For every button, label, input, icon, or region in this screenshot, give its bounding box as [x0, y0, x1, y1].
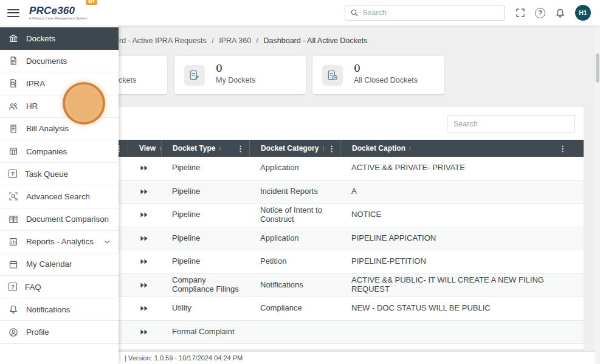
sidebar-item-ipra[interactable]: IPRA	[0, 72, 119, 95]
view-docket-icon[interactable]	[140, 283, 148, 288]
column-header-docket-type[interactable]: Docket Type ↑ ⋮	[161, 140, 249, 157]
view-docket-icon[interactable]	[140, 236, 148, 241]
table-row[interactable]: Pipeline Petition PIPELINE-PETITION	[91, 250, 584, 274]
docket-category-cell: Application	[249, 157, 340, 180]
card-label: My Dockets	[216, 76, 255, 84]
column-header-docket-caption[interactable]: Docket Caption ↑ ⋮	[340, 140, 584, 157]
version-text: | Version: 1.0.59 - 10/17/2024 04:24 PM	[125, 352, 243, 364]
task-square-icon: T	[9, 170, 17, 178]
view-docket-icon[interactable]	[140, 189, 148, 194]
sidebar-item-notifications[interactable]: Notifications	[0, 298, 119, 321]
docket-type-cell: Pipeline	[161, 204, 249, 227]
table-row[interactable]: Pipeline Incident Reports A	[91, 180, 584, 204]
docket-category-cell: Notice of Intent to Construct	[249, 204, 340, 227]
table-row[interactable]: Pipeline Application ACTIVE && PRIVATE- …	[91, 157, 584, 180]
sidebar-item-my-calendar[interactable]: My Calendar	[0, 253, 119, 276]
docket-category-cell: Petition	[249, 250, 340, 273]
sort-asc-icon[interactable]: ↑	[322, 145, 325, 152]
breadcrumb-segment[interactable]: rd - Active IPRA Requests	[119, 36, 207, 45]
sidebar-item-task-queue[interactable]: T Task Queue	[0, 163, 119, 185]
view-docket-icon[interactable]	[140, 306, 148, 311]
card-count: 0	[354, 62, 360, 74]
docket-category-cell: Application	[249, 227, 340, 250]
environment-badge: SIT	[86, 0, 97, 5]
search-icon	[350, 9, 359, 17]
column-header-docket-category[interactable]: Docket Category ↑ ⋮	[249, 140, 340, 157]
sidebar-item-advanced-search[interactable]: Advanced Search	[0, 185, 119, 208]
document-icon	[9, 56, 18, 66]
column-menu-icon[interactable]: ⋮	[328, 144, 336, 153]
breadcrumb-current-page: Dashboard - All Active Dockets	[264, 36, 368, 45]
table-row[interactable]: Pipeline Application PIPELINE APPICATION	[91, 227, 584, 251]
faq-icon: ?	[9, 283, 17, 291]
hamburger-menu-icon[interactable]	[7, 9, 19, 17]
chevron-down-icon[interactable]	[103, 238, 111, 246]
sidebar-item-label: Advanced Search	[26, 192, 90, 201]
column-menu-icon[interactable]: ⋮	[236, 144, 244, 153]
docket-type-cell: Pipeline	[161, 180, 249, 204]
notifications-bell-icon[interactable]	[555, 8, 565, 18]
table-row[interactable]: Formal Complaint	[91, 321, 584, 345]
table-row[interactable]: Pipeline Notice of Intent to Construct N…	[91, 204, 584, 227]
sidebar-item-documents[interactable]: Documents	[0, 50, 119, 72]
sidebar-item-profile[interactable]: Profile	[0, 321, 119, 343]
table-body: Pipeline Application ACTIVE && PRIVATE- …	[91, 157, 584, 344]
card-icon-tile	[184, 65, 205, 86]
sidebar-nav: Dockets Documents IPRA HR Bill Analysis …	[0, 26, 119, 364]
person-circle-icon	[9, 328, 18, 337]
docket-type-cell: Formal Complaint	[161, 321, 249, 344]
sidebar-item-companies[interactable]: Companies	[0, 140, 119, 163]
docket-type-cell: Pipeline	[161, 157, 249, 180]
view-docket-icon[interactable]	[140, 165, 148, 171]
logo-subtitle: e-Filing & Case Management System	[29, 17, 88, 21]
breadcrumb-separator: /	[212, 36, 213, 45]
column-menu-icon[interactable]: ⋮	[559, 144, 567, 153]
column-header-view[interactable]: View ↑	[128, 140, 161, 157]
docket-category-cell: Incident Reports	[249, 180, 340, 204]
sidebar-item-dockets[interactable]: Dockets	[0, 27, 119, 50]
grid-search-input[interactable]	[447, 115, 574, 132]
view-docket-icon[interactable]	[140, 329, 148, 335]
docket-category-cell: Compliance	[249, 297, 340, 320]
user-avatar[interactable]: H1	[575, 5, 591, 21]
sidebar-item-document-comparison[interactable]: Document Comparison	[0, 208, 119, 231]
sidebar-item-label: Companies	[26, 147, 67, 156]
summary-card-all-closed-dockets[interactable]: 0 All Closed Dockets	[312, 56, 444, 94]
docket-caption-cell: A	[340, 180, 584, 204]
summary-card-my-dockets[interactable]: 0 My Dockets	[174, 56, 306, 94]
sidebar-item-label: Notifications	[26, 305, 70, 314]
calendar-icon	[9, 259, 18, 269]
view-docket-icon[interactable]	[140, 259, 148, 264]
column-label: Docket Type	[173, 144, 215, 153]
breadcrumb-segment[interactable]: IPRA 360	[219, 36, 251, 45]
scrollbar-thumb[interactable]	[596, 53, 599, 83]
sort-asc-icon[interactable]: ↑	[218, 145, 221, 152]
docket-caption-cell: PIPELINE APPICATION	[340, 227, 584, 250]
help-icon[interactable]: ?	[535, 8, 545, 18]
sidebar-item-hr[interactable]: HR	[0, 95, 119, 118]
sort-asc-icon[interactable]: ↑	[409, 145, 412, 152]
docket-caption-cell	[340, 321, 584, 344]
global-search[interactable]	[345, 5, 505, 21]
docket-category-cell	[249, 321, 340, 344]
summary-card-label: ckets	[119, 76, 136, 84]
sidebar-item-reports-analytics[interactable]: Reports - Analytics	[0, 231, 119, 253]
view-docket-icon[interactable]	[140, 212, 148, 218]
grid-search[interactable]	[447, 115, 575, 132]
docket-caption-cell: NOTICE	[340, 204, 584, 227]
table-row[interactable]: Company Compliance Filings Notifications…	[91, 274, 584, 298]
sidebar-item-label: Documents	[26, 57, 67, 66]
dockets-grid-panel: ⋮ View ↑ Docket Type ↑ ⋮ Docket Category…	[91, 107, 584, 349]
docket-type-cell: Pipeline	[161, 250, 249, 273]
bar-chart-icon	[9, 237, 18, 247]
docket-check-icon	[326, 69, 339, 81]
fullscreen-icon[interactable]	[516, 8, 525, 18]
card-label: All Closed Dockets	[354, 76, 418, 84]
docket-edit-icon	[188, 69, 201, 81]
sidebar-item-faq[interactable]: ? FAQ	[0, 276, 119, 298]
page-scrollbar[interactable]	[595, 26, 600, 364]
table-row[interactable]: Utility Compliance NEW - DOC STATUS WILL…	[91, 297, 584, 321]
column-label: View	[139, 144, 156, 153]
global-search-input[interactable]	[362, 9, 504, 17]
sidebar-item-bill-analysis[interactable]: Bill Analysis	[0, 118, 119, 140]
